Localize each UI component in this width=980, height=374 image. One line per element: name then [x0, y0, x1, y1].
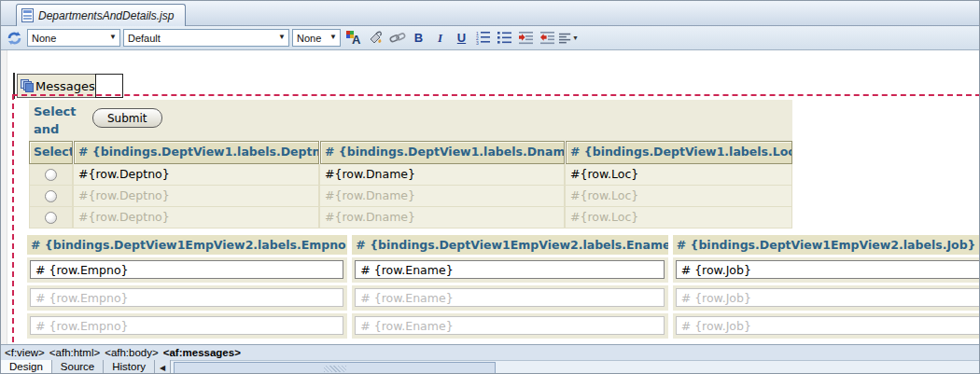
- ename-cell: # {row.Ename}: [352, 257, 667, 283]
- style-dropdown-value: None: [32, 33, 56, 44]
- outdent-icon[interactable]: [538, 29, 557, 48]
- job-input[interactable]: # {row.Job}: [676, 260, 980, 279]
- messages-icon: [21, 79, 35, 93]
- table-row: # {row.Empno} # {row.Ename} # {row.Job}: [27, 285, 980, 311]
- row-select-cell: [29, 164, 73, 186]
- column-header-job[interactable]: # {bindings.DeptView1EmpView2.labels.Job…: [673, 235, 980, 255]
- radio-button[interactable]: [45, 212, 57, 224]
- scrollbar-grip: [324, 366, 346, 372]
- bullet-list-icon[interactable]: [495, 29, 514, 48]
- table-row: # {row.Empno} # {row.Ename} # {row.Job}: [27, 313, 980, 339]
- ename-input[interactable]: # {row.Ename}: [355, 288, 664, 307]
- empno-cell: # {row.Empno}: [27, 257, 347, 283]
- emp-table[interactable]: # {bindings.DeptView1EmpView2.labels.Emp…: [27, 235, 980, 339]
- tag-segment[interactable]: <afh:body>: [105, 347, 159, 358]
- scrollbar-thumb[interactable]: [174, 362, 496, 374]
- hyperlink-icon[interactable]: [387, 29, 407, 48]
- job-input[interactable]: # {row.Job}: [676, 316, 980, 335]
- radio-button[interactable]: [45, 190, 57, 202]
- design-canvas[interactable]: Messages Select and Submit Select # {bin…: [1, 50, 980, 344]
- numbered-list-icon[interactable]: 1 2 3: [473, 29, 493, 48]
- format-dropdown-value: Default: [128, 33, 161, 44]
- table-row: #{row.Deptno} #{row.Dname} #{row.Loc}: [29, 207, 792, 229]
- selection-outline-left: [12, 94, 14, 342]
- table-row: #{row.Deptno} #{row.Dname} #{row.Loc}: [29, 186, 792, 207]
- empno-cell: # {row.Empno}: [27, 313, 347, 339]
- messages-label: Messages: [35, 79, 95, 93]
- job-cell: # {row.Job}: [673, 313, 980, 339]
- column-header-deptno[interactable]: # {bindings.DeptView1.labels.Deptno}: [74, 141, 319, 164]
- empno-input[interactable]: # {row.Empno}: [30, 260, 343, 279]
- indent-icon[interactable]: [516, 29, 536, 48]
- row-select-cell: [29, 207, 73, 229]
- canvas-left-margin: [1, 50, 7, 344]
- dept-table-header-row: Select # {bindings.DeptView1.labels.Dept…: [29, 141, 792, 164]
- chevron-down-icon: ▼: [109, 33, 117, 41]
- table-row: #{row.Deptno} #{row.Dname} #{row.Loc}: [29, 164, 792, 186]
- ename-cell: # {row.Ename}: [352, 313, 667, 339]
- loc-cell: #{row.Loc}: [565, 164, 792, 186]
- svg-text:A: A: [352, 33, 361, 46]
- tag-segment-current[interactable]: <af:messages>: [163, 347, 241, 358]
- style-dropdown[interactable]: None ▼: [27, 29, 120, 47]
- font-dropdown-value: None: [297, 33, 321, 44]
- table-row: # {row.Empno} # {row.Ename} # {row.Job}: [27, 257, 980, 283]
- ename-input[interactable]: # {row.Ename}: [355, 316, 664, 335]
- italic-button[interactable]: I: [430, 29, 450, 48]
- tag-segment[interactable]: <f:view>: [5, 347, 45, 358]
- radio-button[interactable]: [45, 169, 57, 181]
- tag-segment[interactable]: <afh:html>: [49, 347, 100, 358]
- empno-input[interactable]: # {row.Empno}: [30, 316, 343, 335]
- dept-table[interactable]: Select and Submit Select # {bindings.Dep…: [29, 100, 792, 229]
- sync-refresh-icon[interactable]: [5, 30, 23, 47]
- job-cell: # {row.Job}: [673, 257, 980, 283]
- chevron-down-icon: ▼: [572, 35, 579, 41]
- column-header-ename[interactable]: # {bindings.DeptView1EmpView2.labels.Ena…: [352, 235, 667, 255]
- editor-mode-tab-bar: Design Source History ◀: [1, 360, 980, 374]
- tab-departments-and-details[interactable]: DepartmentsAndDetails.jsp: [16, 4, 186, 26]
- emp-table-header-row: # {bindings.DeptView1EmpView2.labels.Emp…: [27, 235, 980, 255]
- column-header-select[interactable]: Select: [29, 141, 73, 164]
- row-select-cell: [29, 186, 73, 207]
- submit-button[interactable]: Submit: [92, 108, 162, 128]
- empno-cell: # {row.Empno}: [27, 285, 347, 311]
- formatting-toolbar: None ▼ Default ▼ None ▼ A: [1, 26, 980, 50]
- scroll-left-icon[interactable]: ◀: [155, 360, 171, 374]
- underline-button[interactable]: U: [452, 29, 471, 48]
- ename-cell: # {row.Ename}: [352, 285, 667, 311]
- dname-cell: #{row.Dname}: [319, 186, 565, 207]
- horizontal-scrollbar[interactable]: [171, 360, 980, 374]
- highlight-bucket-icon[interactable]: [366, 29, 385, 48]
- deptno-cell: #{row.Deptno}: [73, 164, 319, 186]
- tab-source[interactable]: Source: [52, 360, 104, 374]
- font-dropdown[interactable]: None ▼: [292, 29, 341, 47]
- column-header-loc[interactable]: # {bindings.DeptView1.labels.Loc}: [566, 141, 792, 164]
- align-menu-button[interactable]: ▼: [559, 29, 579, 48]
- svg-text:3: 3: [476, 40, 479, 45]
- tab-design[interactable]: Design: [1, 360, 52, 374]
- select-and-label: Select and: [34, 103, 90, 138]
- font-color-icon[interactable]: A: [344, 29, 364, 48]
- jsp-file-icon: [21, 8, 34, 22]
- loc-cell: #{row.Loc}: [565, 186, 792, 207]
- document-tab-strip: DepartmentsAndDetails.jsp: [1, 1, 980, 26]
- selection-outline-top: [12, 94, 980, 96]
- column-header-dname[interactable]: # {bindings.DeptView1.labels.Dname}: [320, 141, 565, 164]
- format-dropdown[interactable]: Default ▼: [123, 29, 289, 47]
- deptno-cell: #{row.Deptno}: [73, 186, 319, 207]
- dname-cell: #{row.Dname}: [319, 164, 565, 186]
- chevron-down-icon: ▼: [329, 33, 337, 41]
- empno-input[interactable]: # {row.Empno}: [30, 288, 343, 307]
- bold-button[interactable]: B: [409, 29, 428, 48]
- column-header-empno[interactable]: # {bindings.DeptView1EmpView2.labels.Emp…: [27, 235, 347, 255]
- deptno-cell: #{row.Deptno}: [73, 207, 319, 229]
- loc-cell: #{row.Loc}: [565, 207, 792, 229]
- document-title: DepartmentsAndDetails.jsp: [38, 9, 174, 22]
- job-input[interactable]: # {row.Job}: [676, 288, 980, 307]
- jdeveloper-editor-window: DepartmentsAndDetails.jsp None ▼ Default…: [0, 0, 980, 374]
- chevron-down-icon: ▼: [278, 33, 286, 41]
- dept-table-caption: Select and Submit: [29, 100, 792, 141]
- job-cell: # {row.Job}: [673, 285, 980, 311]
- tab-history[interactable]: History: [104, 360, 155, 374]
- ename-input[interactable]: # {row.Ename}: [355, 260, 664, 279]
